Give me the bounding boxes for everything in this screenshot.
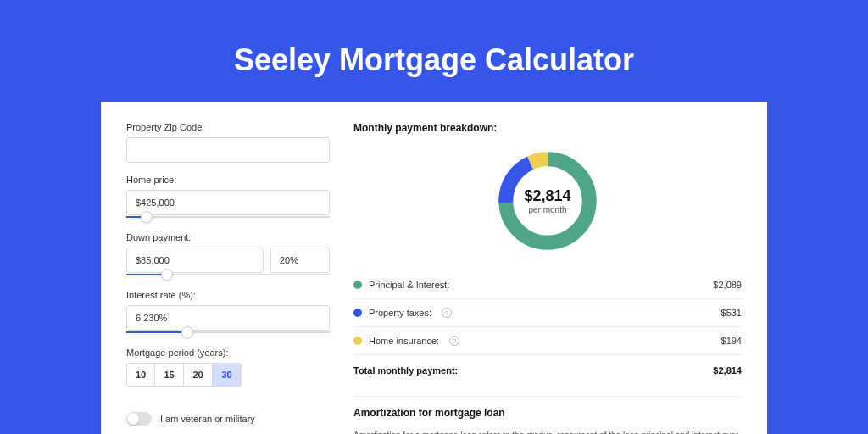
period-option-30[interactable]: 30: [213, 363, 242, 387]
legend-label: Property taxes:: [369, 308, 431, 318]
period-option-10[interactable]: 10: [126, 363, 155, 387]
home-price-slider[interactable]: [126, 214, 330, 220]
legend-dot-icon: [353, 337, 362, 345]
amortization-section: Amortization for mortgage loan Amortizat…: [353, 396, 742, 434]
info-icon[interactable]: ?: [442, 308, 452, 318]
total-value: $2,814: [713, 365, 742, 376]
slider-thumb[interactable]: [141, 211, 153, 223]
period-option-20[interactable]: 20: [184, 363, 213, 387]
zip-field: Property Zip Code:: [126, 122, 330, 163]
mortgage-period-label: Mortgage period (years):: [126, 348, 330, 358]
legend-dot-icon: [353, 309, 362, 317]
zip-input[interactable]: [126, 137, 330, 163]
down-payment-field: Down payment:: [126, 232, 330, 278]
legend-taxes: Property taxes: ? $531: [353, 298, 742, 326]
mortgage-period-group: 10 15 20 30: [126, 363, 330, 387]
amortization-body: Amortization for a mortgage loan refers …: [353, 429, 742, 434]
total-row: Total monthly payment: $2,814: [353, 354, 742, 384]
donut-sub: per month: [528, 205, 566, 214]
home-price-label: Home price:: [126, 175, 330, 185]
donut-amount: $2,814: [524, 187, 570, 205]
legend-value: $2,089: [713, 280, 742, 290]
page-root: Seeley Mortgage Calculator Property Zip …: [0, 0, 868, 434]
down-payment-percent-input[interactable]: [270, 248, 330, 273]
breakdown-column: Monthly payment breakdown: $2,814 per mo…: [353, 122, 742, 434]
legend-value: $531: [721, 308, 742, 318]
info-icon[interactable]: ?: [449, 336, 459, 346]
legend-principal: Principal & Interest: $2,089: [353, 271, 742, 298]
veteran-row: I am veteran or military: [126, 412, 330, 426]
breakdown-title: Monthly payment breakdown:: [353, 122, 742, 134]
calculator-card: Property Zip Code: Home price: Down paym…: [101, 102, 767, 434]
slider-thumb[interactable]: [161, 269, 173, 281]
legend-label: Principal & Interest:: [369, 280, 449, 290]
donut-chart: $2,814 per month: [353, 146, 742, 256]
total-label: Total monthly payment:: [353, 365, 458, 376]
interest-rate-field: Interest rate (%):: [126, 290, 330, 336]
veteran-label: I am veteran or military: [160, 414, 255, 424]
slider-thumb[interactable]: [181, 326, 193, 338]
home-price-field: Home price:: [126, 175, 330, 220]
mortgage-period-field: Mortgage period (years): 10 15 20 30: [126, 348, 330, 387]
down-payment-slider[interactable]: [126, 271, 330, 278]
legend-dot-icon: [353, 281, 362, 289]
interest-rate-slider[interactable]: [126, 329, 330, 336]
page-title: Seeley Mortgage Calculator: [234, 42, 634, 78]
legend-value: $194: [721, 336, 742, 346]
form-column: Property Zip Code: Home price: Down paym…: [126, 122, 330, 434]
donut-center: $2,814 per month: [492, 146, 603, 256]
period-option-15[interactable]: 15: [155, 363, 184, 387]
interest-rate-label: Interest rate (%):: [126, 290, 330, 300]
legend-label: Home insurance:: [369, 336, 439, 346]
home-price-input[interactable]: [126, 190, 330, 215]
legend-insurance: Home insurance: ? $194: [353, 326, 742, 354]
down-payment-label: Down payment:: [126, 232, 330, 242]
interest-rate-input[interactable]: [126, 305, 330, 331]
amortization-title: Amortization for mortgage loan: [353, 407, 742, 419]
down-payment-amount-input[interactable]: [126, 248, 264, 273]
veteran-toggle[interactable]: [126, 412, 152, 426]
zip-label: Property Zip Code:: [126, 122, 330, 132]
